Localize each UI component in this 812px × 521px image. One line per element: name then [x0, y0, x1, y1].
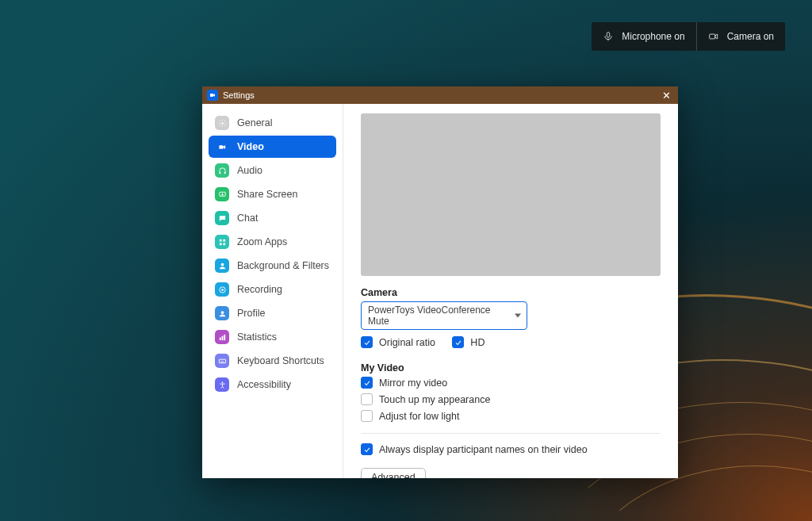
sidebar-item-label: General [237, 117, 272, 128]
sidebar-item-profile[interactable]: Profile [209, 302, 336, 324]
titlebar[interactable]: Settings ✕ [202, 86, 678, 104]
microphone-status[interactable]: Microphone on [592, 22, 695, 51]
sidebar-item-label: Accessibility [237, 379, 291, 390]
microphone-status-label: Microphone on [622, 31, 684, 42]
svg-rect-2 [210, 94, 213, 97]
original-ratio-label: Original ratio [379, 337, 435, 348]
sidebar-item-accessibility[interactable]: Accessibility [209, 374, 336, 396]
svg-rect-0 [607, 33, 610, 37]
svg-rect-4 [219, 145, 223, 149]
apps-icon [215, 235, 229, 249]
close-icon[interactable]: ✕ [659, 90, 673, 101]
mirror-label: Mirror my video [379, 377, 447, 389]
sidebar-item-label: Profile [237, 308, 265, 319]
settings-window: Settings ✕ GeneralVideoAudioShare Screen… [202, 86, 678, 478]
stats-icon [215, 330, 229, 344]
a11y-icon [215, 377, 229, 392]
gear-icon [215, 116, 229, 130]
video-preview [361, 113, 661, 276]
mirror-checkbox[interactable] [361, 377, 373, 389]
settings-content: Camera PowerToys VideoConference Mute Or… [343, 104, 678, 478]
always-names-label: Always display participant names on thei… [379, 444, 588, 455]
sidebar-item-label: Share Screen [237, 189, 297, 200]
svg-point-20 [221, 381, 223, 383]
sidebar-item-general[interactable]: General [209, 112, 336, 134]
sidebar-item-chat[interactable]: Chat [209, 207, 336, 229]
av-status-bar: Microphone on Camera on [592, 22, 785, 51]
svg-rect-17 [221, 335, 223, 340]
advanced-button-label: Advanced [371, 472, 416, 478]
sidebar-item-keyboard-shortcuts[interactable]: Keyboard Shortcuts [209, 350, 336, 372]
original-ratio-checkbox[interactable] [361, 336, 373, 348]
advanced-button[interactable]: Advanced [361, 468, 426, 478]
camera-section-label: Camera [361, 287, 661, 298]
sidebar-item-label: Video [237, 141, 264, 152]
microphone-icon [603, 31, 614, 42]
sidebar-item-video[interactable]: Video [209, 136, 336, 158]
hd-label: HD [470, 337, 485, 348]
sidebar-item-background-filters[interactable]: Background & Filters [209, 255, 336, 277]
sidebar-item-zoom-apps[interactable]: Zoom Apps [209, 231, 336, 253]
sidebar-item-label: Background & Filters [237, 260, 329, 271]
svg-point-12 [220, 262, 224, 266]
sidebar-item-audio[interactable]: Audio [209, 159, 336, 182]
lowlight-label: Adjust for low light [379, 411, 459, 422]
svg-rect-6 [224, 171, 225, 174]
my-video-section-label: My Video [361, 362, 661, 374]
video-icon [215, 140, 229, 154]
svg-rect-9 [223, 239, 225, 241]
person-icon [215, 259, 229, 273]
profile-icon [215, 306, 229, 320]
camera-select[interactable]: PowerToys VideoConference Mute [361, 301, 527, 330]
sidebar-item-label: Recording [237, 284, 282, 295]
sidebar-item-recording[interactable]: Recording [209, 278, 336, 301]
lowlight-checkbox[interactable] [361, 410, 373, 422]
svg-rect-19 [219, 359, 225, 363]
sidebar-item-label: Audio [237, 165, 262, 176]
svg-point-3 [221, 122, 224, 125]
camera-icon [708, 31, 719, 42]
content-divider [361, 433, 661, 434]
camera-status[interactable]: Camera on [697, 22, 785, 51]
window-title: Settings [223, 90, 659, 100]
settings-sidebar: GeneralVideoAudioShare ScreenChatZoom Ap… [202, 104, 343, 478]
svg-rect-10 [219, 243, 221, 245]
svg-rect-1 [709, 34, 714, 39]
keyboard-icon [215, 354, 229, 368]
camera-select-value: PowerToys VideoConference Mute [368, 305, 491, 327]
svg-point-15 [220, 311, 224, 314]
svg-rect-18 [224, 334, 225, 339]
record-icon [215, 282, 229, 297]
svg-rect-16 [219, 337, 220, 340]
sidebar-item-share-screen[interactable]: Share Screen [209, 183, 336, 205]
svg-rect-8 [219, 239, 221, 241]
hd-checkbox[interactable] [452, 336, 464, 348]
svg-rect-5 [219, 171, 220, 174]
svg-rect-11 [223, 243, 225, 245]
touchup-label: Touch up my appearance [379, 394, 490, 405]
share-icon [215, 187, 229, 201]
svg-point-14 [221, 289, 224, 291]
sidebar-item-label: Chat [237, 213, 258, 224]
sidebar-item-label: Keyboard Shortcuts [237, 355, 324, 366]
sidebar-item-label: Statistics [237, 331, 277, 343]
chat-icon [215, 211, 229, 225]
sidebar-item-label: Zoom Apps [237, 236, 287, 247]
headphones-icon [215, 163, 229, 178]
sidebar-item-statistics[interactable]: Statistics [209, 326, 336, 348]
always-names-checkbox[interactable] [361, 443, 373, 455]
camera-status-label: Camera on [727, 31, 774, 42]
app-icon [207, 90, 218, 101]
touchup-checkbox[interactable] [361, 393, 373, 405]
